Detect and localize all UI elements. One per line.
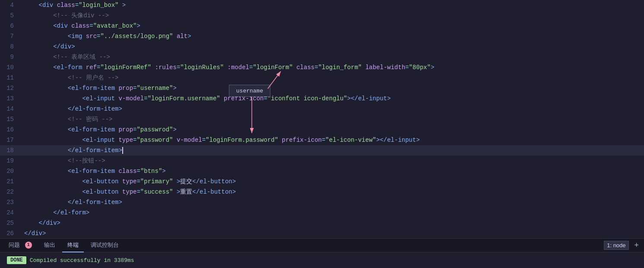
attr-value-token: "passwrod" xyxy=(136,126,173,133)
tag-token: > xyxy=(173,188,180,195)
tag-token: <el-form-item xyxy=(68,126,119,133)
line-number: 12 xyxy=(0,83,21,93)
comment-token: <!-- 表单区域 --> xyxy=(53,54,110,61)
tag-token: <el-button xyxy=(82,188,122,195)
line-number: 22 xyxy=(0,187,21,197)
comment-token: <!-- 用户名 --> xyxy=(68,74,119,81)
tag-token: <el-input xyxy=(82,137,118,144)
tag-token: ></el-input> xyxy=(376,137,420,144)
tab-debug-console[interactable]: 调试控制台 xyxy=(86,239,124,252)
line-content: </el-form-item> xyxy=(21,104,644,114)
line-content: <el-input v-model="loginForm.username" p… xyxy=(21,93,644,104)
bottom-panel: 问题 1 输出 终端 调试控制台 1: node + DONE Compiled… xyxy=(0,238,644,268)
attr-value-token: "primary" xyxy=(140,178,173,185)
line-content: <!-- 密码 --> xyxy=(21,114,644,124)
line-content: <el-button type="primary" >提交</el-button… xyxy=(21,176,644,187)
tag-token: <div xyxy=(39,2,57,9)
indent-token xyxy=(24,147,68,154)
indent-token xyxy=(24,126,68,133)
tag-token: <el-input xyxy=(82,95,118,102)
line-number: 6 xyxy=(0,21,21,31)
line-content: <el-form-item prop="username"> xyxy=(21,83,644,93)
punct-token: = xyxy=(89,22,93,29)
code-line-25: 25 </div> xyxy=(0,218,644,228)
tag-token: </div> xyxy=(24,230,46,237)
attr-name-token: src xyxy=(86,33,97,40)
line-number: 11 xyxy=(0,73,21,83)
attr-name-token: type xyxy=(118,137,133,144)
indent-token xyxy=(24,178,82,185)
punct-token: = xyxy=(75,2,79,9)
indent-token xyxy=(24,74,68,81)
attr-value-token: "avatar_box" xyxy=(93,22,137,29)
text-token xyxy=(293,64,296,71)
text-token xyxy=(220,95,224,102)
line-content: </el-form-item> xyxy=(21,197,644,207)
tab-output[interactable]: 输出 xyxy=(39,239,60,252)
code-line-20: 20 <el-form-item class="btns"> xyxy=(0,166,644,176)
editor-area: 4 <div class="login_box" >5 <!-- 头像div -… xyxy=(0,0,644,238)
punct-token: = xyxy=(136,188,140,195)
tag-token: <img xyxy=(68,33,86,40)
tag-token: </el-form> xyxy=(53,209,89,216)
line-number: 8 xyxy=(0,41,21,52)
attr-name-token: :rules xyxy=(155,64,177,71)
text-token xyxy=(362,64,365,71)
line-number: 5 xyxy=(0,10,21,21)
attr-name-token: prefix-icon xyxy=(224,95,263,102)
attr-name-token: prop xyxy=(118,126,133,133)
tag-token: > xyxy=(187,33,191,40)
line-number: 26 xyxy=(0,228,21,238)
tag-token: > xyxy=(173,85,176,92)
indent-token xyxy=(24,199,68,206)
line-number: 21 xyxy=(0,176,21,187)
line-number: 15 xyxy=(0,114,21,124)
code-line-17: 17 <el-input type="password" v-model="lo… xyxy=(0,135,644,145)
tag-token: <el-form xyxy=(53,64,86,71)
code-line-22: 22 <el-button type="success" >重置</el-but… xyxy=(0,187,644,197)
indent-token xyxy=(24,22,53,29)
tag-token: </el-button> xyxy=(192,178,236,185)
attr-name-token: class xyxy=(118,168,136,175)
punct-token: = xyxy=(264,95,267,102)
attr-value-token: "success" xyxy=(140,188,173,195)
terminal-selector[interactable]: 1: node xyxy=(604,241,629,250)
text-token xyxy=(224,64,227,71)
comment-token: <!-- 头像div --> xyxy=(53,12,109,19)
code-line-13: 13 <el-input v-model="loginForm.username… xyxy=(0,93,644,104)
attr-name-token: class xyxy=(296,64,314,71)
attr-value-token: "iconfont icon-denglu" xyxy=(267,95,347,102)
tab-terminal[interactable]: 终端 xyxy=(62,239,84,252)
indent-token xyxy=(24,116,68,123)
punct-token: = xyxy=(405,64,409,71)
attr-name-token: ref xyxy=(86,64,97,71)
indent-token xyxy=(24,2,39,9)
add-terminal-button[interactable]: + xyxy=(632,241,641,250)
panel-tabs: 问题 1 输出 终端 调试控制台 1: node + xyxy=(0,239,644,252)
indent-token xyxy=(24,64,53,71)
line-number: 9 xyxy=(0,52,21,62)
line-number: 23 xyxy=(0,197,21,207)
comment-token: <!-- 密码 --> xyxy=(68,116,113,123)
tag-close-token: </ xyxy=(68,147,75,154)
attr-value-token: "el-icon-view" xyxy=(325,137,376,144)
attr-name-token: v-model xyxy=(177,137,202,144)
line-number: 13 xyxy=(0,93,21,104)
code-line-18: 18 </el-form-item> xyxy=(0,145,644,156)
indent-token xyxy=(24,43,53,50)
code-line-8: 8 </div> xyxy=(0,41,644,52)
panel-right: 1: node + xyxy=(604,241,641,250)
code-line-21: 21 <el-button type="primary" >提交</el-but… xyxy=(0,176,644,187)
tag-close-token: > xyxy=(118,147,122,154)
line-content: <el-form-item prop="passwrod"> xyxy=(21,124,644,135)
code-container: 4 <div class="login_box" >5 <!-- 头像div -… xyxy=(0,0,644,238)
line-content: <el-input type="password" v-model="login… xyxy=(21,135,644,145)
line-content: <!-- 头像div --> xyxy=(21,10,644,21)
indent-token xyxy=(24,95,82,102)
tag-token: > xyxy=(173,126,176,133)
code-line-24: 24 </el-form> xyxy=(0,207,644,218)
comment-token: <!--按钮--> xyxy=(68,157,105,164)
indent-token xyxy=(24,85,68,92)
tab-problems[interactable]: 问题 1 xyxy=(3,239,37,252)
line-content: <el-button type="success" >重置</el-button… xyxy=(21,187,644,197)
